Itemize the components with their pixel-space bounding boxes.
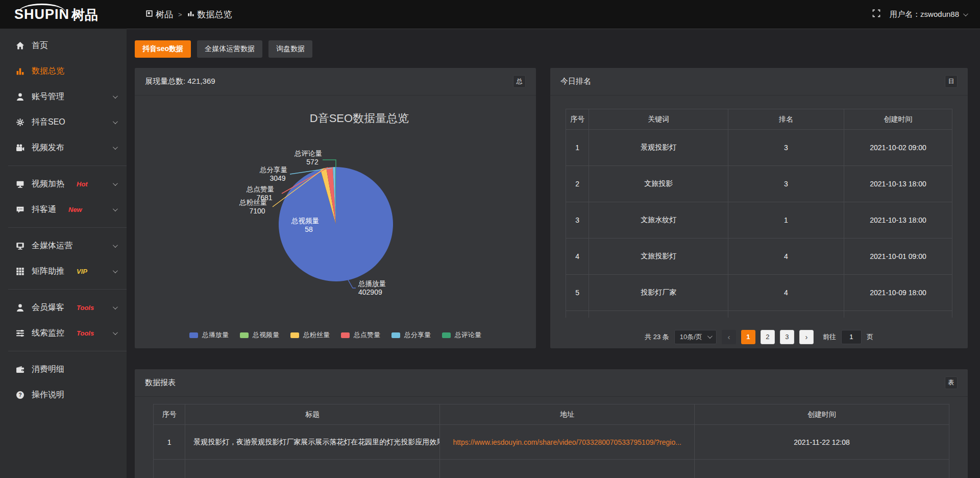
logo-text-en: SHUPIN [14,8,69,21]
sidebar-item-account[interactable]: 账号管理 [0,84,127,109]
user-icon [15,92,24,101]
sidebar-item-omnimedia[interactable]: 全媒体运营 [0,233,127,258]
pie-label-comments: 总评论量 [294,150,322,157]
breadcrumb-root-label: 树品 [156,9,173,20]
top-row: 展现量总数: 421,369 总 D音SEO数据量总览 [135,68,968,348]
page-button-1[interactable]: 1 [741,330,755,344]
col-rank: 排名 [728,109,844,130]
cell-keyword: 文旅投影 [589,166,728,202]
sidebar-item-label: 抖音SEO [32,117,65,128]
next-page-button[interactable]: › [799,330,814,344]
sidebar-item-home[interactable]: 首页 [0,33,127,58]
sidebar-item-data-overview[interactable]: 数据总览 [0,58,127,84]
chevron-down-icon [113,206,118,211]
ranking-panel-header: 今日排名 日 [550,68,968,95]
legend-item-shares[interactable]: 总分享量 [391,330,431,340]
sidebar-item-matrix-boost[interactable]: 矩阵助推 VIP [0,258,127,284]
goto-page-input[interactable] [841,330,862,344]
total-badge-button[interactable]: 总 [513,75,526,88]
cell-keyword: 文旅投影灯 [589,238,728,275]
sidebar-item-member-burst[interactable]: 会员爆客 Tools [0,295,127,320]
legend-item-videos[interactable]: 总视频量 [240,330,279,340]
cell-index: 1 [154,425,185,460]
ranking-table: 序号 关键词 排名 创建时间 1 景观投影灯 3 2021-10 [566,109,952,318]
monitor-icon [15,241,24,250]
sidebar-item-video-heat[interactable]: 视频加热 Hot [0,171,127,197]
tab-douyin-seo-data[interactable]: 抖音seo数据 [135,40,191,58]
sidebar-item-douyin-seo[interactable]: 抖音SEO [0,109,127,135]
member-icon [15,303,24,312]
report-panel: 数据报表 表 序号 标题 地址 创建时间 [135,369,968,478]
sidebar-item-lead-monitor[interactable]: 线索监控 Tools [0,320,127,346]
legend-item-comments[interactable]: 总评论量 [442,330,481,340]
legend-item-likes[interactable]: 总点赞量 [341,330,380,340]
col-title: 标题 [185,404,440,425]
pie-value-plays: 402909 [358,288,382,296]
cell-created: 2021-10-13 18:00 [844,202,952,238]
logo-text-cn: 树品 [71,8,98,21]
page-unit-label: 页 [867,332,873,342]
app-window: SHUPIN 树品 树品 > 数据总览 [0,0,980,478]
overview-total: 展现量总数: 421,369 [145,77,215,86]
sidebar-item-label: 矩阵助推 [32,266,64,277]
tab-omnimedia-data[interactable]: 全媒体运营数据 [197,40,262,58]
cell-rank: 1 [728,202,844,238]
ranking-table-area: 序号 关键词 排名 创建时间 1 景观投影灯 3 2021-10 [550,95,968,344]
tab-inquiry-data[interactable]: 询盘数据 [268,40,312,58]
chevron-down-icon [113,119,118,124]
sidebar-item-douketong[interactable]: 抖客通 New [0,197,127,222]
question-icon: ? [15,390,24,399]
svg-text:?: ? [18,392,21,398]
table-row: 1 景观投影灯 3 2021-10-02 09:00 [566,130,952,166]
chart-legend: 总播放量 总视频量 总粉丝量 总点赞量 总分享量 总评论量 [135,330,536,340]
cell-rank: 3 [728,130,844,166]
legend-chip [290,332,299,338]
sidebar-item-label: 操作说明 [32,390,64,400]
col-address: 地址 [440,404,695,425]
report-title: 数据报表 [145,378,176,388]
legend-item-plays[interactable]: 总播放量 [189,330,229,340]
legend-chip [391,332,400,338]
video-camera-icon [15,143,24,152]
col-index: 序号 [154,404,185,425]
chevron-down-icon [113,330,118,335]
page-size-select[interactable]: 10条/页 [674,330,717,344]
page-button-2[interactable]: 2 [761,330,775,344]
breadcrumb-root[interactable]: 树品 [146,9,173,20]
main-content: 抖音seo数据 全媒体运营数据 询盘数据 展现量总数: 421,369 总 D音… [127,29,980,478]
sidebar: 首页 数据总览 账号管理 抖音SEO 视频发布 [0,29,127,478]
page-button-3[interactable]: 3 [780,330,794,344]
table-badge-button[interactable]: 表 [945,376,958,389]
breadcrumb-current[interactable]: 数据总览 [187,9,232,20]
prev-page-button[interactable]: ‹ [722,330,736,344]
fullscreen-icon[interactable] [872,9,880,19]
cell-created: 2021-11-22 12:08 [695,425,949,460]
sidebar-item-instructions[interactable]: ? 操作说明 [0,382,127,408]
gear-icon [15,117,24,127]
day-badge-button[interactable]: 日 [945,75,958,88]
legend-label: 总评论量 [455,330,481,340]
legend-item-fans[interactable]: 总粉丝量 [290,330,330,340]
pie-label-fans: 总粉丝量 [239,199,267,206]
pie-value-fans: 7100 [249,207,265,215]
sidebar-item-label: 会员爆客 [32,302,64,313]
sidebar-divider [8,289,127,290]
sidebar-item-consumption[interactable]: 消费明细 [0,356,127,382]
overview-panel-header: 展现量总数: 421,369 总 [135,68,536,95]
video-link[interactable]: https://www.iesdouyin.com/share/video/70… [440,438,694,446]
tv-icon [15,179,24,188]
data-tabs: 抖音seo数据 全媒体运营数据 询盘数据 [135,40,968,58]
user-menu[interactable]: 用户名：zswodun88 [890,10,967,19]
wallet-icon [15,365,24,374]
legend-label: 总点赞量 [354,330,380,340]
overview-total-value: 421,369 [187,77,215,85]
legend-label: 总粉丝量 [303,330,330,340]
home-icon [15,41,24,50]
cell-rank: 4 [728,238,844,275]
cell-keyword: 景观投影灯 [589,130,728,166]
sidebar-item-video-publish[interactable]: 视频发布 [0,135,127,160]
sidebar-item-label: 视频加热 [32,179,64,189]
tools-tag: Tools [77,329,94,337]
table-header-row: 序号 关键词 排名 创建时间 [566,109,952,130]
header-right: 用户名：zswodun88 [872,9,980,19]
